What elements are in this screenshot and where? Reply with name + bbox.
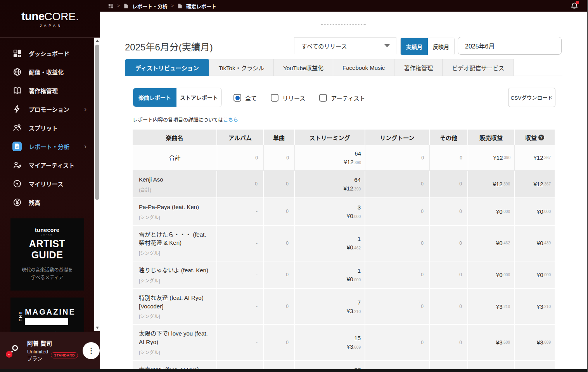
yen-icon xyxy=(12,197,22,207)
sidebar-item-copyright[interactable]: 著作権管理 xyxy=(0,81,94,100)
cell-other: 0 xyxy=(430,145,468,171)
tunecore-japan-logo[interactable]: tuneCORE. JAPAN xyxy=(0,0,100,38)
sidebar-item-dashboard[interactable]: ダッシュボード xyxy=(0,44,94,62)
breadcrumb-separator: > xyxy=(117,3,120,9)
store-report-button[interactable]: ストアレポート xyxy=(176,88,221,107)
cell-revenue: ¥0.000 xyxy=(515,261,555,289)
table-row: 合計 0 0 64 ¥12.390 0 0 ¥12.390 ¥12.367 xyxy=(133,145,555,171)
cell-revenue: ¥12.367 xyxy=(515,171,555,198)
cell-album: - xyxy=(217,261,264,289)
scope-filters: 全て リリース アーティスト xyxy=(233,93,365,102)
report-file-icon xyxy=(123,3,129,9)
cell-sales: ¥12.390 xyxy=(468,145,515,171)
sidebar-item-reports[interactable]: レポート・分析 › xyxy=(0,137,94,156)
report-info-text: レポート内容の各項目の詳細についてはこちら xyxy=(133,116,238,123)
csv-download-button[interactable]: CSVダウンロード xyxy=(508,88,555,107)
details-link[interactable]: こちら xyxy=(223,117,238,123)
scroll-up-arrow[interactable] xyxy=(94,38,100,44)
report-type-toggle: 楽曲レポート ストアレポート xyxy=(133,88,222,107)
sidebar-item-distribution[interactable]: 配信・収益化 xyxy=(0,62,94,81)
table-row: 太陽の下でI love you (feat. AI Ryo) [シングル] - … xyxy=(133,325,555,361)
artist-guide-title: ARTIST GUIDE xyxy=(14,238,80,261)
cell-single: 0 xyxy=(264,261,295,289)
cell-single: 0 xyxy=(264,289,295,325)
cell-streaming: 15 ¥3.609 xyxy=(295,325,365,361)
user-plan: Unlimitedプラン xyxy=(27,349,48,362)
month-field[interactable]: 2025年6月 xyxy=(458,37,562,55)
cell-streaming: 1 ¥0.462 xyxy=(295,226,365,262)
user-name: 阿曽 賢司 xyxy=(27,339,78,347)
report-file-icon xyxy=(177,3,183,9)
cell-single: 0 xyxy=(264,226,295,262)
cell-sales: ¥12.390 xyxy=(468,171,515,198)
cell-song-name: 雪がとけたら・・・ (feat. 柴村花澄 & Ken) [シングル] xyxy=(133,226,217,262)
chevron-right-icon: › xyxy=(84,105,86,113)
tab-video-services[interactable]: ビデオ配信サービス xyxy=(442,59,514,76)
cell-album: - xyxy=(217,325,264,361)
sidebar-item-split[interactable]: スプリット xyxy=(0,118,94,137)
filter-release[interactable]: リリース xyxy=(271,94,305,102)
artist-guide-banner[interactable]: tunecore JAPAN ARTIST GUIDE 現代の音楽活動の基礎を … xyxy=(10,218,84,291)
scrollbar-thumb[interactable] xyxy=(95,45,99,200)
cell-album: 0 xyxy=(217,171,264,198)
cell-single: 0 xyxy=(264,325,295,361)
cell-sales: ¥0.000 xyxy=(468,261,515,289)
cell-revenue: ¥3.210 xyxy=(515,289,555,325)
cell-ringtone: 0 xyxy=(365,325,430,361)
home-grid-icon[interactable] xyxy=(108,3,114,9)
tab-facebook-music[interactable]: Facebook Music xyxy=(333,59,394,76)
col-other: その他 xyxy=(430,130,468,145)
sidebar-item-promotion[interactable]: プロモーション › xyxy=(0,100,94,118)
user-profile-area: ∞ 阿曽 賢司 Unlimitedプラン STANDARD ⋮ xyxy=(0,332,100,369)
report-icon xyxy=(12,142,22,151)
sidebar-item-my-releases[interactable]: マイリリース xyxy=(0,174,94,193)
cell-ringtone: 0 xyxy=(365,171,430,198)
cell-streaming: 64 ¥12.390 xyxy=(295,171,365,198)
tab-copyright[interactable]: 著作権管理 xyxy=(394,59,443,76)
table-row: Kenji Aso (合計) 0 0 64 ¥12.390 0 0 ¥12.39… xyxy=(133,171,555,198)
cell-album: - xyxy=(217,198,264,226)
breadcrumb: > レポート・分析 > 確定レポート xyxy=(108,2,216,10)
reflect-month-button[interactable]: 反映月 xyxy=(428,38,454,55)
month-mode-toggle: 実績月 反映月 xyxy=(400,38,455,55)
checkbox-empty-icon xyxy=(319,94,327,102)
tab-youtube[interactable]: YouTube収益化 xyxy=(273,59,333,76)
filter-all[interactable]: 全て xyxy=(233,94,257,102)
report-table: 楽曲名 アルバム 単曲 ストリーミング リングトーン その他 販売収益 収益 ?… xyxy=(133,130,555,372)
help-icon[interactable]: ? xyxy=(538,135,544,140)
scroll-down-arrow[interactable] xyxy=(94,325,100,331)
lightning-icon xyxy=(12,104,22,114)
sidebar-item-my-artists[interactable]: マイアーティスト xyxy=(0,156,94,174)
notification-dot xyxy=(576,1,579,4)
notifications-bell-icon[interactable] xyxy=(570,2,579,10)
dashboard-icon xyxy=(12,48,22,58)
sidebar: tuneCORE. JAPAN ダッシュボード 配信・収益化 著作権管理 プ xyxy=(0,0,100,372)
cell-streaming: 3 ¥0.000 xyxy=(295,198,365,226)
cell-sales: ¥0.462 xyxy=(468,226,515,262)
cell-single: 0 xyxy=(264,145,295,171)
table-row: 特別な友達 (feat. AI Ryo) [Vocoder] [シングル] - … xyxy=(133,289,555,325)
col-single: 単曲 xyxy=(264,130,295,145)
cell-song-name: Pa-Pa-Paya (feat. Ken) [シングル] xyxy=(133,198,217,226)
cell-sales: ¥3.210 xyxy=(468,289,515,325)
filter-artist[interactable]: アーティスト xyxy=(319,94,365,102)
cell-other: 0 xyxy=(430,198,468,226)
avatar: ∞ xyxy=(6,343,22,359)
page-title: 2025年6月分(実績月) xyxy=(125,40,213,53)
actual-month-button[interactable]: 実績月 xyxy=(401,38,428,55)
sidebar-item-balance[interactable]: 残高 xyxy=(0,193,94,211)
cell-other: 0 xyxy=(430,171,468,198)
tab-tiktok[interactable]: TikTok・クラシル xyxy=(209,59,274,76)
song-report-button[interactable]: 楽曲レポート xyxy=(133,88,176,107)
standard-badge: STANDARD xyxy=(51,352,78,358)
col-revenue: 収益 ? xyxy=(515,130,555,145)
cell-ringtone: 0 xyxy=(365,226,430,262)
sidebar-scrollbar[interactable] xyxy=(94,38,100,331)
col-song-name: 楽曲名 xyxy=(133,130,217,145)
user-menu-button[interactable]: ⋮ xyxy=(83,342,100,359)
tab-distribution[interactable]: ディストリビューション xyxy=(125,59,209,76)
breadcrumb-item[interactable]: レポート・分析 xyxy=(132,2,168,10)
release-filter-dropdown[interactable]: すべてのリリース xyxy=(294,37,396,54)
cell-song-name: Kenji Aso (合計) xyxy=(133,171,217,198)
cell-sales: ¥3.609 xyxy=(468,325,515,361)
